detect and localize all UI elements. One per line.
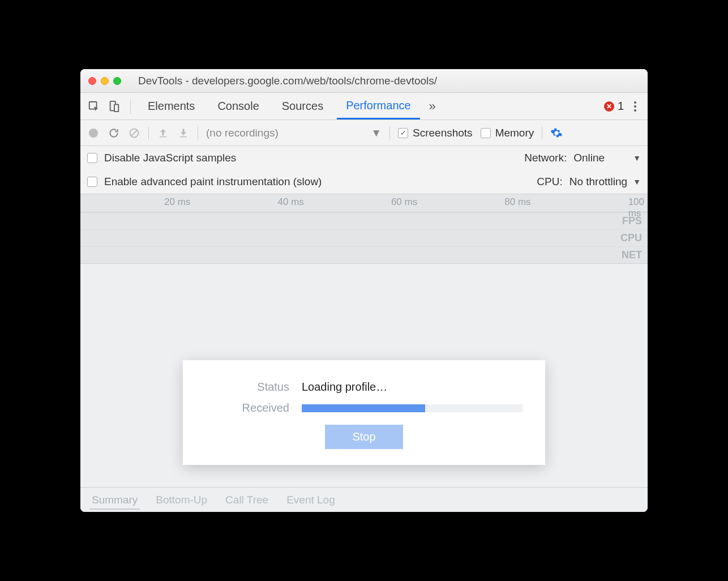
window-zoom-button[interactable] — [113, 77, 121, 85]
error-icon: ✕ — [604, 101, 614, 112]
status-value: Loading profile… — [302, 381, 387, 394]
lane-cpu: CPU — [80, 229, 648, 246]
stop-button[interactable]: Stop — [325, 425, 402, 449]
chevron-down-icon: ▼ — [633, 153, 641, 163]
lane-fps: FPS — [80, 212, 648, 229]
record-icon[interactable] — [87, 127, 100, 139]
tab-performance[interactable]: Performance — [337, 93, 420, 119]
bottom-tab-summary[interactable]: Summary — [84, 489, 145, 511]
loading-dialog: Status Loading profile… Received Stop — [183, 360, 545, 465]
ruler-tick: 20 ms — [164, 196, 194, 208]
enable-paint-label: Enable advanced paint instrumentation (s… — [104, 176, 322, 188]
divider — [542, 127, 542, 139]
status-label: Status — [205, 381, 302, 394]
progress-fill — [302, 404, 425, 412]
network-select[interactable]: Online ▼ — [573, 152, 641, 164]
enable-paint-checkbox[interactable] — [87, 177, 97, 187]
upload-icon[interactable] — [157, 127, 169, 139]
error-count-badge[interactable]: ✕ 1 — [604, 100, 624, 113]
window-title: DevTools - developers.google.com/web/too… — [127, 75, 640, 87]
recordings-label: (no recordings) — [206, 127, 279, 139]
tab-elements[interactable]: Elements — [139, 93, 204, 119]
chevron-down-icon: ▼ — [371, 127, 382, 139]
bottom-tabs: Summary Bottom-Up Call Tree Event Log — [80, 487, 648, 512]
checkbox-checked-icon: ✓ — [398, 128, 408, 138]
settings-row-paint: Enable advanced paint instrumentation (s… — [80, 170, 648, 194]
cpu-label: CPU: — [537, 176, 562, 188]
screenshots-label: Screenshots — [413, 127, 473, 139]
timeline-ruler: 20 ms 40 ms 60 ms 80 ms 100 ms — [80, 194, 648, 212]
lane-net: NET — [80, 246, 648, 263]
network-value: Online — [573, 152, 605, 164]
performance-toolbar: (no recordings) ▼ ✓ Screenshots Memory — [80, 120, 648, 146]
divider — [389, 127, 390, 139]
window-close-button[interactable] — [88, 77, 96, 85]
device-mode-icon[interactable] — [106, 99, 122, 114]
network-label: Network: — [524, 152, 567, 164]
svg-rect-6 — [160, 136, 166, 137]
error-count: 1 — [618, 100, 624, 113]
main-tabs-bar: Elements Console Sources Performance » ✕… — [80, 93, 648, 120]
screenshots-checkbox[interactable]: ✓ Screenshots — [398, 127, 473, 139]
titlebar: DevTools - developers.google.com/web/too… — [80, 69, 648, 93]
divider — [198, 127, 198, 139]
recordings-select[interactable]: (no recordings) ▼ — [206, 127, 382, 139]
disable-js-checkbox[interactable] — [87, 153, 97, 163]
svg-rect-2 — [114, 104, 118, 112]
svg-line-5 — [131, 130, 137, 136]
cpu-select[interactable]: No throttling ▼ — [569, 176, 641, 188]
divider — [148, 127, 149, 139]
kebab-menu-icon[interactable] — [628, 101, 642, 112]
svg-rect-7 — [180, 136, 187, 137]
gear-icon[interactable] — [550, 127, 563, 139]
download-icon[interactable] — [177, 127, 190, 139]
clear-icon[interactable] — [128, 127, 140, 139]
inspect-element-icon[interactable] — [86, 99, 102, 114]
bottom-tab-call-tree[interactable]: Call Tree — [217, 489, 276, 511]
overview-lanes: FPS CPU NET — [80, 212, 648, 264]
devtools-window: DevTools - developers.google.com/web/too… — [80, 69, 648, 512]
reload-icon[interactable] — [108, 127, 120, 139]
bottom-tab-bottom-up[interactable]: Bottom-Up — [148, 489, 215, 511]
window-minimize-button[interactable] — [101, 77, 109, 85]
tab-console[interactable]: Console — [208, 93, 268, 119]
disable-js-label: Disable JavaScript samples — [104, 152, 236, 164]
ruler-tick: 80 ms — [504, 196, 534, 208]
bottom-tab-event-log[interactable]: Event Log — [279, 489, 343, 511]
more-tabs-icon[interactable]: » — [425, 99, 440, 114]
chevron-down-icon: ▼ — [633, 177, 641, 186]
tab-sources[interactable]: Sources — [273, 93, 332, 119]
progress-bar — [302, 404, 523, 412]
cpu-value: No throttling — [569, 176, 627, 188]
ruler-tick: 100 ms — [628, 196, 648, 219]
settings-row-js: Disable JavaScript samples Network: Onli… — [80, 146, 648, 170]
svg-point-3 — [89, 129, 98, 138]
checkbox-unchecked-icon — [481, 128, 491, 138]
traffic-lights — [88, 77, 121, 85]
memory-label: Memory — [495, 127, 534, 139]
ruler-tick: 60 ms — [391, 196, 421, 208]
main-content: Status Loading profile… Received Stop — [80, 264, 648, 487]
memory-checkbox[interactable]: Memory — [481, 127, 534, 139]
capture-settings: Disable JavaScript samples Network: Onli… — [80, 146, 648, 194]
divider — [130, 99, 131, 114]
received-label: Received — [205, 401, 302, 415]
ruler-tick: 40 ms — [278, 196, 307, 208]
